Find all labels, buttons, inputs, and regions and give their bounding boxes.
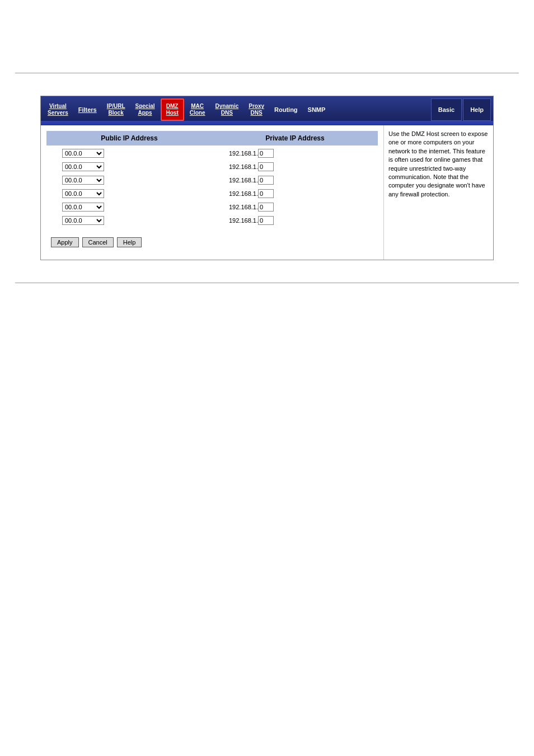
- public-col-2: 00.0.0: [51, 162, 207, 171]
- bottom-rule: [15, 283, 519, 283]
- public-ip-header: Public IP Address: [46, 131, 212, 145]
- nav-item-dmz-host[interactable]: DMZHost: [161, 98, 184, 121]
- nav-bar: VirtualServers Filters IP/URLBlock Speci…: [41, 96, 493, 121]
- nav-item-proxy-dns[interactable]: ProxyDNS: [244, 98, 269, 121]
- public-ip-select-1[interactable]: 00.0.0: [62, 149, 104, 158]
- private-last-6[interactable]: [258, 216, 274, 225]
- nav-spacer: [331, 98, 429, 121]
- main-content: Public IP Address Private IP Address 00.…: [41, 125, 383, 260]
- private-prefix-1: 192.168.1.: [229, 150, 258, 157]
- content-area: Public IP Address Private IP Address 00.…: [41, 125, 493, 260]
- top-rule: [15, 73, 519, 73]
- public-ip-select-2[interactable]: 00.0.0: [62, 162, 104, 171]
- nav-item-virtual-servers[interactable]: VirtualServers: [43, 98, 73, 121]
- col-headers: Public IP Address Private IP Address: [46, 131, 378, 145]
- private-col-4: 192.168.1.: [207, 189, 373, 198]
- help-text: Use the DMZ Host screen to expose one or…: [388, 130, 489, 199]
- public-ip-select-4[interactable]: 00.0.0: [62, 189, 104, 198]
- private-last-4[interactable]: [258, 189, 274, 198]
- table-row: 00.0.0 192.168.1.: [46, 175, 378, 186]
- help-sidebar: Use the DMZ Host screen to expose one or…: [384, 125, 493, 260]
- table-row: 00.0.0 192.168.1.: [46, 215, 378, 226]
- private-col-2: 192.168.1.: [207, 162, 373, 171]
- private-col-1: 192.168.1.: [207, 149, 373, 158]
- router-panel: VirtualServers Filters IP/URLBlock Speci…: [40, 96, 494, 260]
- private-last-5[interactable]: [258, 203, 274, 212]
- nav-item-filters[interactable]: Filters: [74, 98, 101, 121]
- private-prefix-5: 192.168.1.: [229, 204, 258, 210]
- private-col-5: 192.168.1.: [207, 203, 373, 212]
- public-ip-select-5[interactable]: 00.0.0: [62, 203, 104, 212]
- public-col-6: 00.0.0: [51, 216, 207, 225]
- nav-item-mac-clone[interactable]: MACClone: [185, 98, 210, 121]
- public-col-1: 00.0.0: [51, 149, 207, 158]
- table-row: 00.0.0 192.168.1.: [46, 161, 378, 172]
- private-col-6: 192.168.1.: [207, 216, 373, 225]
- public-col-5: 00.0.0: [51, 203, 207, 212]
- private-last-3[interactable]: [258, 176, 274, 185]
- nav-item-snmp[interactable]: SNMP: [303, 98, 330, 121]
- nav-item-routing[interactable]: Routing: [270, 98, 302, 121]
- nav-item-special-apps[interactable]: SpecialApps: [131, 98, 160, 121]
- nav-item-help[interactable]: Help: [463, 98, 491, 121]
- private-last-2[interactable]: [258, 162, 274, 171]
- public-ip-select-6[interactable]: 00.0.0: [62, 216, 104, 225]
- private-prefix-2: 192.168.1.: [229, 163, 258, 170]
- cancel-button[interactable]: Cancel: [82, 237, 114, 247]
- private-col-3: 192.168.1.: [207, 176, 373, 185]
- public-col-4: 00.0.0: [51, 189, 207, 198]
- blue-bar: [41, 121, 493, 125]
- apply-button[interactable]: Apply: [51, 237, 79, 247]
- private-ip-header: Private IP Address: [212, 131, 378, 145]
- help-button[interactable]: Help: [117, 237, 142, 247]
- private-prefix-6: 192.168.1.: [229, 217, 258, 224]
- nav-item-dynamic-dns[interactable]: DynamicDNS: [211, 98, 243, 121]
- button-row: Apply Cancel Help: [46, 228, 378, 254]
- private-last-1[interactable]: [258, 149, 274, 158]
- nav-item-ip-url-block[interactable]: IP/URLBlock: [102, 98, 130, 121]
- private-prefix-4: 192.168.1.: [229, 190, 258, 197]
- table-row: 00.0.0 192.168.1.: [46, 201, 378, 213]
- table-row: 00.0.0 192.168.1.: [46, 148, 378, 159]
- nav-item-basic[interactable]: Basic: [431, 98, 462, 121]
- public-ip-select-3[interactable]: 00.0.0: [62, 176, 104, 185]
- table-row: 00.0.0 192.168.1.: [46, 188, 378, 199]
- private-prefix-3: 192.168.1.: [229, 177, 258, 184]
- public-col-3: 00.0.0: [51, 176, 207, 185]
- page-wrapper: VirtualServers Filters IP/URLBlock Speci…: [0, 0, 534, 756]
